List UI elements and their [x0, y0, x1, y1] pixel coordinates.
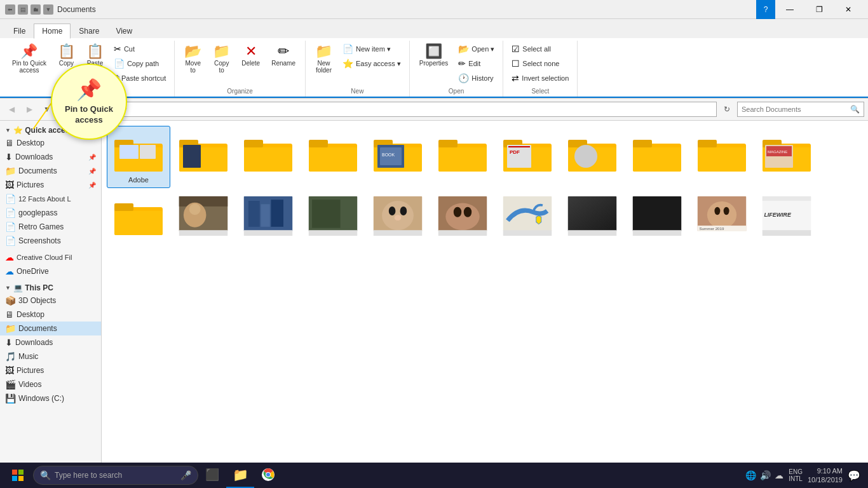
svg-point-80: [707, 201, 736, 229]
file-item-img5[interactable]: [431, 189, 494, 244]
file-item-img1[interactable]: [172, 189, 235, 244]
new-folder-label: Newfolder: [316, 60, 332, 74]
cut-button[interactable]: ✂ Cut: [111, 42, 169, 56]
svg-rect-3: [119, 145, 139, 159]
rename-button[interactable]: ✏ Rename: [267, 42, 300, 69]
taskbar-chrome[interactable]: [254, 463, 282, 488]
taskbar-search[interactable]: 🔍 Type here to search 🎤: [33, 466, 198, 485]
new-item-button[interactable]: 📄 New item ▾: [339, 42, 404, 56]
svg-text:Summer 2019: Summer 2019: [699, 226, 724, 231]
copy-path-label: Copy path: [127, 60, 159, 67]
svg-rect-8: [183, 145, 201, 168]
svg-rect-61: [309, 230, 357, 236]
taskbar-explorer[interactable]: 📁: [226, 463, 254, 488]
sidebar-item-retrogames[interactable]: 📄 Retro Games: [0, 220, 101, 234]
file-item-img10[interactable]: LIFEWIRE: [755, 189, 818, 244]
svg-point-52: [189, 203, 201, 215]
file-item-folder2[interactable]: [172, 126, 235, 188]
thispc-arrow: ▼: [5, 285, 11, 291]
sidebar-documents-label: Documents: [18, 166, 57, 175]
select-all-button[interactable]: ☑ Select all: [508, 42, 572, 56]
tab-share[interactable]: Share: [71, 24, 107, 38]
sidebar-item-pictures[interactable]: 🖼 Pictures 📌: [0, 178, 101, 192]
file-item-img7[interactable]: [560, 189, 624, 244]
sidebar-item-music[interactable]: 🎵 Music: [0, 349, 101, 363]
sidebar-item-documents[interactable]: 📁 Documents 📌: [0, 164, 101, 178]
delete-button[interactable]: ✕ Delete: [237, 42, 264, 69]
sidebar-item-screenshots[interactable]: 📄 Screenshots: [0, 234, 101, 248]
this-pc-section[interactable]: ▼ 💻 This PC: [0, 281, 101, 294]
file-item-folder3[interactable]: [236, 126, 300, 188]
open-sm-btns: 📂 Open ▾ ✏ Edit 🕐 History: [455, 42, 498, 85]
search-box[interactable]: 🔍: [737, 102, 864, 117]
refresh-button[interactable]: ↻: [719, 102, 735, 117]
tab-view[interactable]: View: [107, 24, 140, 38]
file-item-img3[interactable]: [301, 189, 365, 244]
search-input[interactable]: [742, 105, 848, 113]
language-badge: ENG INTL: [789, 468, 803, 482]
taskbar-search-icon: 🔍: [40, 470, 51, 480]
file-item-folder6[interactable]: [431, 126, 494, 188]
properties-button[interactable]: 🔲 Properties: [415, 42, 453, 69]
open-button[interactable]: 📂 Open ▾: [455, 42, 498, 56]
history-label: History: [471, 74, 493, 82]
sidebar-item-12facts[interactable]: 📄 12 Facts About L: [0, 192, 101, 206]
file-item-folder11[interactable]: MAGAZINE: [755, 126, 818, 188]
close-button[interactable]: ✕: [834, 0, 863, 19]
svg-point-71: [464, 207, 471, 217]
file-item-folder9[interactable]: [625, 126, 689, 188]
sidebar-item-creativecloud[interactable]: ☁ Creative Cloud Fil: [0, 250, 101, 264]
invert-selection-button[interactable]: ⇄ Invert selection: [508, 71, 572, 85]
file-item-folder8[interactable]: [560, 126, 624, 188]
tab-home[interactable]: Home: [34, 24, 71, 39]
sidebar-downloads-pc-label: Downloads: [15, 338, 53, 347]
ribbon-group-select: ☑ Select all ☐ Select none ⇄ Invert sele…: [503, 41, 578, 97]
screenshots-icon: 📄: [5, 236, 16, 246]
file-item-folder4[interactable]: [301, 126, 365, 188]
sidebar-item-desktop-pc[interactable]: 🖥 Desktop: [0, 308, 101, 322]
sidebar-item-windowsc[interactable]: 💾 Windows (C:): [0, 391, 101, 405]
file-item-folder10[interactable]: [690, 126, 754, 188]
file-item-img2[interactable]: [236, 189, 300, 244]
maximize-button[interactable]: ❐: [804, 0, 834, 19]
sidebar-item-downloads[interactable]: ⬇ Downloads 📌: [0, 150, 101, 164]
copy-path-button[interactable]: 📄 Copy path: [111, 57, 169, 71]
taskbar-taskview[interactable]: ⬛: [198, 463, 226, 488]
tab-file[interactable]: File: [5, 24, 34, 38]
file-item-img6[interactable]: [496, 189, 559, 244]
file-item-folder12[interactable]: [107, 189, 170, 244]
select-none-button[interactable]: ☐ Select none: [508, 57, 572, 71]
minimize-button[interactable]: —: [775, 0, 804, 19]
history-button[interactable]: 🕐 History: [455, 71, 498, 85]
address-path[interactable]: Documents ▼: [75, 102, 717, 117]
forward-button[interactable]: ▶: [22, 102, 37, 117]
sidebar-videos-label: Videos: [18, 380, 41, 389]
sidebar-item-downloads-pc[interactable]: ⬇ Downloads: [0, 336, 101, 349]
12facts-icon: 📄: [5, 194, 16, 204]
sidebar-item-3dobjects[interactable]: 📦 3D Objects: [0, 294, 101, 308]
pin-to-quick-access-button[interactable]: 📌 Pin to Quick access: [8, 42, 51, 76]
move-to-button[interactable]: 📂 Moveto: [180, 42, 206, 76]
sidebar-item-googlepass[interactable]: 📄 googlepass: [0, 206, 101, 220]
file-item-adobe[interactable]: Adobe: [107, 126, 170, 188]
edit-button[interactable]: ✏ Edit: [455, 57, 498, 71]
file-item-img8[interactable]: [625, 189, 689, 244]
sidebar-item-videos[interactable]: 🎬 Videos: [0, 377, 101, 391]
file-item-img9[interactable]: Summer 2019: [690, 189, 754, 244]
help-button[interactable]: ?: [756, 0, 775, 19]
easy-access-button[interactable]: ⭐ Easy access ▾: [339, 57, 404, 71]
back-button[interactable]: ◀: [4, 102, 19, 117]
copy-to-button[interactable]: 📁 Copyto: [208, 42, 234, 76]
file-item-folder5[interactable]: BOOK: [366, 126, 430, 188]
start-button[interactable]: [3, 463, 33, 488]
svg-rect-4: [140, 145, 156, 159]
file-item-img4[interactable]: [366, 189, 430, 244]
folder4-icon: [308, 130, 358, 175]
sidebar-item-onedrive[interactable]: ☁ OneDrive: [0, 264, 101, 278]
svg-rect-88: [763, 230, 811, 236]
sidebar-item-documents-pc[interactable]: 📁 Documents: [0, 322, 101, 336]
sidebar-item-pictures-pc[interactable]: 🖼 Pictures: [0, 363, 101, 377]
pictures-pc-icon: 🖼: [5, 365, 14, 376]
file-item-folder7[interactable]: PDF: [496, 126, 559, 188]
new-folder-button[interactable]: 📁 Newfolder: [311, 42, 337, 76]
